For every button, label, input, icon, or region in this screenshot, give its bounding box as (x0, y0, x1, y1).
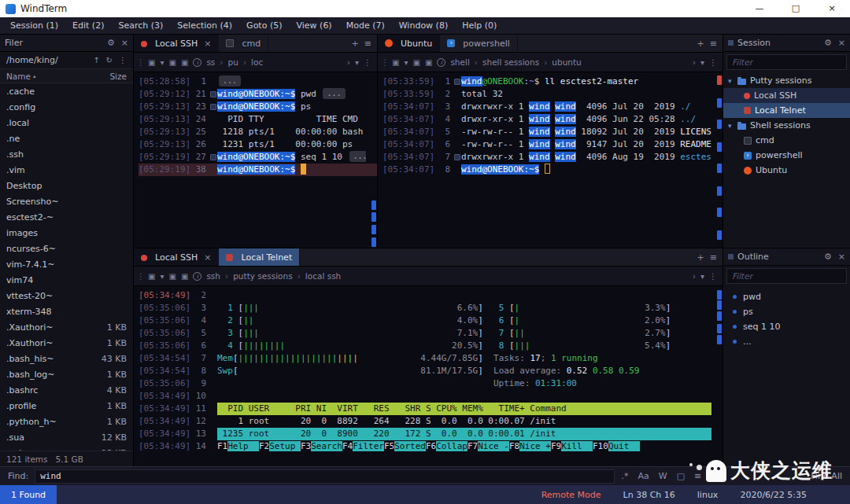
chevron-right-icon[interactable]: › (693, 272, 696, 281)
breadcrumb-item[interactable]: shell sessions (482, 57, 539, 67)
outline-close-icon[interactable]: × (838, 252, 845, 262)
filer-row[interactable]: xterm-348 (0, 304, 133, 319)
filer-row[interactable]: .python_h~1 KB (0, 414, 133, 429)
duplicate-session-icon[interactable]: ▣ (168, 272, 176, 281)
scroll-match-marker[interactable] (371, 225, 376, 234)
scroll-match-marker[interactable] (371, 212, 376, 222)
filer-row[interactable]: vim-7.4.1~ (0, 256, 133, 272)
filer-row[interactable]: ncurses-6~ (0, 241, 133, 256)
find-toggle-w[interactable]: W (658, 471, 668, 481)
chevron-down-icon[interactable]: ▾ (355, 58, 359, 67)
find-toggle-aa[interactable]: Aa (638, 471, 650, 481)
column-header-size[interactable]: Size (109, 72, 127, 81)
os-indicator[interactable]: linux (697, 490, 719, 500)
split-pane-icon[interactable]: ▣ (181, 272, 188, 281)
tab-ubuntu[interactable]: Ubuntu (378, 35, 440, 52)
filer-row[interactable]: .ne (0, 131, 133, 146)
expand-caret-icon[interactable]: ▾ (728, 122, 737, 130)
find-toggle--[interactable]: .* (621, 471, 630, 481)
duplicate-session-icon[interactable]: ▣ (412, 58, 419, 67)
scroll-match-marker[interactable] (371, 237, 376, 247)
new-session-icon[interactable]: ▣ (392, 58, 399, 67)
outline-settings-icon[interactable]: ⚙ (824, 252, 832, 262)
pane-menu-icon[interactable]: ⋮ (709, 58, 717, 67)
scroll-match-marker[interactable] (371, 200, 376, 210)
scroll-track[interactable] (716, 286, 722, 466)
up-directory-icon[interactable]: ↑ (93, 56, 99, 64)
filer-row[interactable]: .bash_his~43 KB (0, 351, 133, 366)
filer-path[interactable]: /home/king/ (6, 55, 58, 65)
session-item-local-ssh[interactable]: Local SSH (723, 88, 850, 103)
minimize-button[interactable]: — (741, 0, 778, 17)
scroll-match-marker[interactable] (717, 164, 722, 173)
fold-marker-icon[interactable] (453, 151, 461, 164)
session-item-local-telnet[interactable]: Local Telnet (723, 103, 850, 118)
scroll-match-marker[interactable] (717, 120, 722, 129)
new-tab-button[interactable]: + (697, 252, 704, 263)
menu-selection-4-[interactable]: Selection (4) (170, 17, 239, 35)
scroll-match-marker[interactable] (717, 290, 722, 300)
outline-filter-input[interactable]: Filter (726, 268, 847, 284)
scroll-match-marker[interactable] (717, 208, 722, 217)
filer-row[interactable]: Screensho~ (0, 193, 133, 209)
fold-marker-icon[interactable] (453, 75, 461, 88)
session-dropdown-icon[interactable]: ▾ (404, 58, 408, 67)
duplicate-session-icon[interactable]: ▣ (168, 58, 176, 67)
chevron-down-icon[interactable]: ▾ (700, 272, 704, 281)
session-close-icon[interactable]: × (838, 38, 845, 48)
filer-row[interactable]: vttest-20~ (0, 288, 133, 304)
filer-row[interactable]: .ssh (0, 146, 133, 162)
new-session-icon[interactable]: ▣ (148, 272, 155, 281)
filer-row[interactable]: .config (0, 99, 133, 115)
scroll-match-marker[interactable] (717, 75, 722, 85)
fold-marker-icon[interactable] (209, 151, 217, 164)
tab-local-ssh[interactable]: Local SSH× (134, 248, 219, 266)
chevron-down-icon[interactable]: ▾ (700, 58, 704, 67)
menu-session-1-[interactable]: Session (1) (3, 17, 65, 35)
close-tab-icon[interactable]: × (204, 39, 211, 49)
scroll-match-marker[interactable] (717, 142, 722, 152)
split-pane-icon[interactable]: ▣ (425, 58, 432, 67)
breadcrumb-item[interactable]: putty sessions (233, 271, 292, 281)
filer-settings-icon[interactable]: ⚙ (107, 38, 115, 48)
scroll-track[interactable] (716, 72, 722, 248)
filer-row[interactable]: .sub12 KB (0, 445, 133, 451)
session-dropdown-icon[interactable]: ▾ (160, 272, 164, 281)
session-item-powershell[interactable]: powershell (723, 148, 850, 163)
filer-row[interactable]: .bashrc4 KB (0, 382, 133, 398)
scroll-match-marker[interactable] (717, 98, 722, 108)
terminal-view[interactable]: [05:33:59]1wind@ONEBOOK:~$ ll esctest2-m… (378, 72, 722, 248)
menu-view-6-[interactable]: View (6) (289, 17, 338, 35)
session-item-ubuntu[interactable]: Ubuntu (723, 163, 850, 178)
outline-item[interactable]: ... (723, 334, 850, 349)
scroll-match-marker[interactable] (717, 300, 722, 310)
breadcrumb-item[interactable]: loc (251, 57, 263, 67)
filer-row[interactable]: .profile1 KB (0, 398, 133, 414)
outline-item[interactable]: pwd (723, 289, 850, 304)
fold-marker-icon[interactable] (209, 101, 217, 113)
filer-row[interactable]: .vim (0, 162, 133, 178)
filer-row[interactable]: .Xauthori~1 KB (0, 319, 133, 335)
fold-marker-icon[interactable] (209, 88, 217, 101)
new-session-icon[interactable]: ▣ (148, 58, 155, 67)
tab-local-telnet[interactable]: Local Telnet (219, 248, 300, 266)
filer-row[interactable]: images (0, 225, 133, 241)
terminal-view[interactable]: [05:34:49]2[05:35:06]3 1 [||| 6.6%] 5 [|… (134, 286, 722, 466)
menu-mode-7-[interactable]: Mode (7) (339, 17, 392, 35)
outline-item[interactable]: ps (723, 304, 850, 319)
expand-caret-icon[interactable]: ▾ (728, 77, 737, 85)
info-icon[interactable]: i (437, 58, 445, 67)
info-icon[interactable]: i (193, 272, 201, 281)
breadcrumb-item[interactable]: ubuntu (552, 57, 581, 67)
session-item-putty-sessions[interactable]: ▾Putty sessions (723, 73, 850, 88)
session-item-shell-sessions[interactable]: ▾Shell sessions (723, 118, 850, 133)
drag-handle-icon[interactable]: ⋮ (137, 58, 143, 67)
mode-indicator[interactable]: Remote Mode (541, 490, 601, 500)
session-settings-icon[interactable]: ⚙ (824, 38, 832, 48)
tab-list-button[interactable]: ≡ (364, 39, 371, 49)
menu-edit-2-[interactable]: Edit (2) (65, 17, 111, 35)
find-toggle--[interactable]: ▢ (676, 471, 686, 481)
breadcrumb-item[interactable]: local ssh (305, 271, 341, 281)
chevron-right-icon[interactable]: › (347, 58, 350, 67)
filer-row[interactable]: .bash_log~1 KB (0, 366, 133, 382)
